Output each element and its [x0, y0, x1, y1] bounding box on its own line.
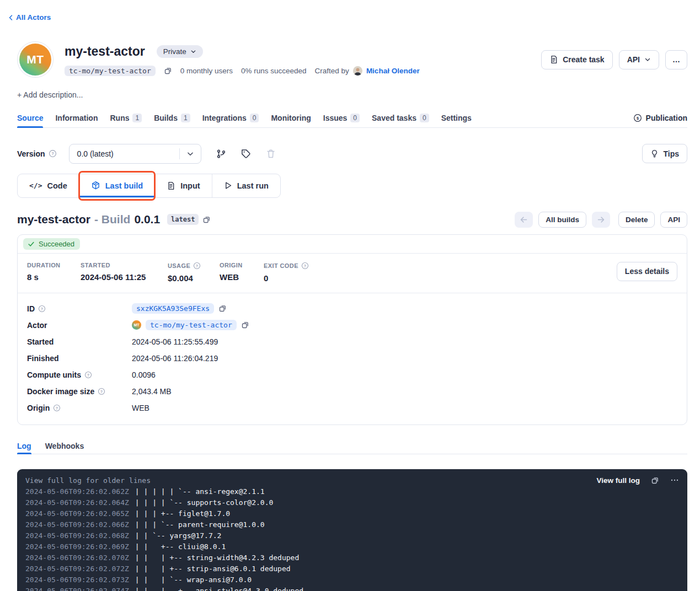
log-line: 2024-05-06T09:26:02.074Z| | | +-- ansi-s… [25, 585, 679, 591]
duration-value: 8 s [27, 272, 81, 282]
actor-avatar-mini: MT [132, 320, 141, 330]
version-bar: Version ? 0.0 (latest) Tips [17, 144, 687, 164]
build-title: my-test-actor - Build 0.0.1 latest [17, 213, 211, 226]
svg-text:$: $ [637, 116, 639, 121]
tab-webhooks[interactable]: Webhooks [45, 438, 84, 454]
copy-icon[interactable] [164, 67, 172, 75]
copy-icon[interactable] [202, 216, 211, 224]
version-selected-value: 0.0 (latest) [70, 149, 179, 158]
log-line: 2024-05-06T09:26:02.066Z| | | `-- parent… [25, 519, 679, 530]
finished-timestamp: 2024-05-06 11:26:04.219 [132, 354, 218, 363]
tab-last-build[interactable]: Last build [79, 174, 154, 197]
breadcrumb-label: All Actors [16, 13, 51, 22]
visibility-dropdown[interactable]: Private [157, 45, 203, 58]
copy-icon[interactable] [218, 304, 227, 313]
create-task-button[interactable]: Create task [541, 50, 613, 69]
log-line: 2024-05-06T09:26:02.070Z| | | +-- string… [25, 552, 679, 563]
less-details-button[interactable]: Less details [617, 262, 677, 281]
help-icon[interactable]: ? [193, 262, 201, 270]
log-line: 2024-05-06T09:26:02.062Z| | | | | `-- an… [25, 486, 679, 497]
previous-build-button[interactable] [515, 212, 533, 228]
author-avatar [353, 66, 362, 76]
chevron-left-icon [8, 14, 14, 21]
tab-monitoring[interactable]: Monitoring [271, 109, 311, 127]
tab-last-run[interactable]: Last run [212, 174, 280, 197]
monthly-users-stat: 0 monthly users [180, 67, 233, 75]
copy-icon[interactable] [241, 321, 249, 329]
help-icon[interactable]: ? [53, 404, 61, 412]
document-icon [549, 55, 558, 64]
build-log-terminal: View full log for older lines View full … [17, 469, 687, 591]
file-icon [167, 181, 175, 190]
tab-count: 0 [350, 114, 360, 122]
help-icon[interactable]: ? [84, 371, 92, 379]
tab-source[interactable]: Source [17, 109, 43, 127]
chevron-down-icon [644, 56, 651, 63]
log-tab-bar: Log Webhooks [17, 438, 687, 454]
help-icon[interactable]: ? [49, 149, 57, 158]
origin-value: WEB [220, 272, 264, 282]
publication-link[interactable]: $ Publication [633, 114, 687, 122]
svg-text:?: ? [41, 307, 43, 310]
next-build-button[interactable] [592, 212, 610, 228]
view-full-log-button[interactable]: View full log [596, 476, 640, 485]
usage-value: $0.004 [168, 273, 220, 283]
tab-count: 0 [250, 114, 259, 122]
play-icon [224, 181, 232, 190]
tab-saved-tasks[interactable]: Saved tasks0 [372, 109, 429, 127]
log-line: 2024-05-06T09:26:02.064Z| | | | `-- supp… [25, 497, 679, 508]
view-older-lines-link[interactable]: View full log for older lines [25, 476, 151, 485]
actor-header: MT my-test-actor Private tc-mo/my-test-a… [17, 41, 687, 78]
delete-build-button[interactable]: Delete [618, 212, 655, 228]
actor-tag: tc-mo/my-test-actor [65, 66, 156, 76]
detail-row-origin: Origin? WEB [27, 400, 677, 416]
check-icon [28, 240, 35, 248]
tab-runs[interactable]: Runs1 [110, 109, 142, 127]
tab-log[interactable]: Log [17, 438, 31, 454]
build-stats: DURATION8 s STARTED2024-05-06 11:25 USAG… [18, 254, 687, 293]
author-link[interactable]: Michał Olender [366, 67, 420, 75]
build-detail-card: Succeeded DURATION8 s STARTED2024-05-06 … [17, 234, 687, 425]
tab-issues[interactable]: Issues0 [323, 109, 360, 127]
tab-count: 1 [181, 114, 190, 122]
git-branch-icon[interactable] [216, 149, 226, 159]
page-title: my-test-actor [65, 44, 145, 59]
version-select[interactable]: 0.0 (latest) [69, 144, 201, 164]
code-icon: </> [29, 181, 42, 190]
help-icon[interactable]: ? [301, 262, 309, 270]
svg-text:?: ? [51, 151, 54, 156]
help-icon[interactable]: ? [38, 305, 46, 313]
svg-text:?: ? [87, 373, 89, 377]
tips-button[interactable]: Tips [642, 144, 687, 163]
tag-icon[interactable] [241, 149, 251, 159]
status-badge: Succeeded [23, 238, 80, 250]
help-icon[interactable]: ? [98, 388, 105, 395]
version-label: Version [17, 149, 45, 158]
tab-code[interactable]: </> Code [18, 174, 79, 197]
build-api-button[interactable]: API [660, 212, 687, 228]
tab-builds[interactable]: Builds1 [154, 109, 190, 127]
actor-link-pill[interactable]: tc-mo/my-test-actor [146, 320, 237, 330]
breadcrumb[interactable]: All Actors [8, 13, 51, 22]
build-details-list: ID? sxzKGK5A93Se9FExs Actor MTtc-mo/my-t… [18, 293, 687, 425]
svg-text:?: ? [56, 406, 58, 410]
detail-row-actor: Actor MTtc-mo/my-test-actor [27, 317, 677, 334]
build-id-value[interactable]: sxzKGK5A93Se9FExs [132, 303, 214, 314]
add-description-link[interactable]: + Add description... [17, 90, 687, 99]
all-builds-button[interactable]: All builds [538, 212, 586, 228]
ellipsis-icon[interactable] [670, 476, 679, 485]
chevron-down-icon [180, 150, 201, 158]
tab-information[interactable]: Information [55, 109, 98, 127]
tab-count: 0 [420, 114, 429, 122]
copy-icon[interactable] [651, 476, 659, 485]
tab-input[interactable]: Input [154, 174, 211, 197]
lightbulb-icon [650, 149, 659, 158]
trash-icon [266, 149, 276, 159]
log-line: 2024-05-06T09:26:02.065Z| | | +-- figlet… [25, 508, 679, 519]
tab-settings[interactable]: Settings [441, 109, 472, 127]
api-dropdown-button[interactable]: API [619, 50, 659, 69]
package-icon [91, 181, 100, 190]
tab-integrations[interactable]: Integrations0 [202, 109, 259, 127]
runs-succeeded-stat: 0% runs succeeded [241, 67, 307, 75]
more-actions-button[interactable]: … [665, 50, 687, 69]
